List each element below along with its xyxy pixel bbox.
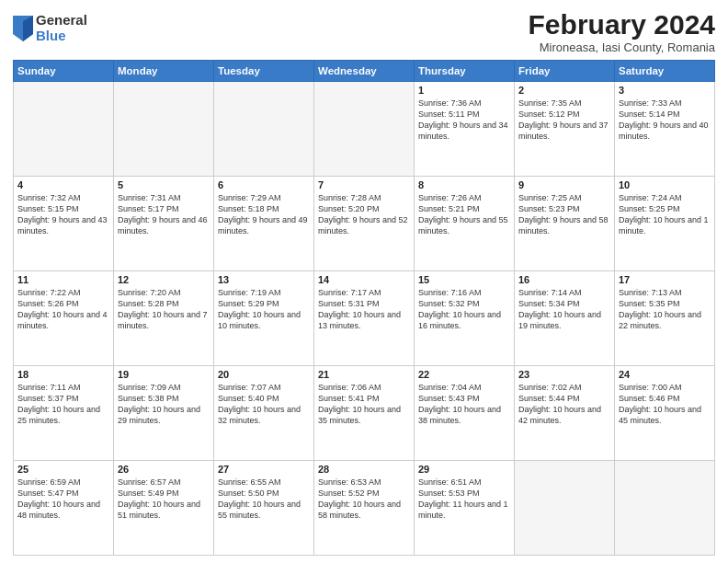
calendar-cell: 6Sunrise: 7:29 AM Sunset: 5:18 PM Daylig…	[214, 177, 314, 271]
calendar-cell: 14Sunrise: 7:17 AM Sunset: 5:31 PM Dayli…	[314, 271, 415, 366]
day-info: Sunrise: 6:59 AM Sunset: 5:47 PM Dayligh…	[17, 477, 109, 522]
logo: General Blue	[13, 13, 87, 43]
day-number: 9	[518, 179, 610, 190]
day-info: Sunrise: 7:24 AM Sunset: 5:25 PM Dayligh…	[619, 192, 711, 237]
day-number: 4	[17, 179, 109, 190]
title-block: February 2024 Mironeasa, Iasi County, Ro…	[529, 9, 715, 54]
day-number: 16	[518, 274, 610, 285]
calendar-cell: 26Sunrise: 6:57 AM Sunset: 5:49 PM Dayli…	[114, 461, 214, 556]
day-number: 26	[118, 464, 210, 475]
header: General Blue February 2024 Mironeasa, Ia…	[13, 9, 715, 54]
calendar-cell: 24Sunrise: 7:00 AM Sunset: 5:46 PM Dayli…	[615, 366, 715, 461]
calendar-cell: 4Sunrise: 7:32 AM Sunset: 5:15 PM Daylig…	[14, 177, 114, 271]
day-number: 15	[418, 274, 510, 285]
calendar-cell: 10Sunrise: 7:24 AM Sunset: 5:25 PM Dayli…	[615, 177, 715, 271]
day-number: 17	[619, 274, 711, 285]
day-number: 8	[418, 179, 510, 190]
calendar-week-4: 25Sunrise: 6:59 AM Sunset: 5:47 PM Dayli…	[14, 461, 715, 556]
day-info: Sunrise: 6:57 AM Sunset: 5:49 PM Dayligh…	[118, 477, 210, 522]
day-number: 6	[218, 179, 310, 190]
day-number: 19	[118, 369, 210, 380]
day-info: Sunrise: 7:29 AM Sunset: 5:18 PM Dayligh…	[218, 192, 310, 237]
logo-text: General Blue	[36, 13, 87, 43]
day-info: Sunrise: 7:20 AM Sunset: 5:28 PM Dayligh…	[118, 287, 210, 332]
calendar-cell: 15Sunrise: 7:16 AM Sunset: 5:32 PM Dayli…	[415, 271, 515, 366]
day-header-saturday: Saturday	[615, 61, 715, 82]
day-number: 23	[518, 369, 610, 380]
subtitle: Mironeasa, Iasi County, Romania	[529, 40, 715, 54]
calendar-cell: 23Sunrise: 7:02 AM Sunset: 5:44 PM Dayli…	[515, 366, 615, 461]
calendar-week-1: 4Sunrise: 7:32 AM Sunset: 5:15 PM Daylig…	[14, 177, 715, 271]
day-info: Sunrise: 7:04 AM Sunset: 5:43 PM Dayligh…	[418, 382, 510, 427]
calendar-cell	[214, 82, 314, 177]
calendar-cell: 17Sunrise: 7:13 AM Sunset: 5:35 PM Dayli…	[615, 271, 715, 366]
day-number: 11	[17, 274, 109, 285]
day-info: Sunrise: 6:53 AM Sunset: 5:52 PM Dayligh…	[318, 477, 410, 522]
day-header-tuesday: Tuesday	[214, 61, 314, 82]
calendar-cell	[615, 461, 715, 556]
calendar-cell: 7Sunrise: 7:28 AM Sunset: 5:20 PM Daylig…	[314, 177, 415, 271]
calendar-cell	[515, 461, 615, 556]
day-number: 22	[418, 369, 510, 380]
day-number: 27	[218, 464, 310, 475]
calendar-cell: 3Sunrise: 7:33 AM Sunset: 5:14 PM Daylig…	[615, 82, 715, 177]
calendar-cell: 25Sunrise: 6:59 AM Sunset: 5:47 PM Dayli…	[14, 461, 114, 556]
day-info: Sunrise: 7:36 AM Sunset: 5:11 PM Dayligh…	[418, 98, 510, 143]
day-info: Sunrise: 7:32 AM Sunset: 5:15 PM Dayligh…	[17, 192, 109, 237]
day-number: 13	[218, 274, 310, 285]
day-number: 1	[418, 85, 510, 96]
day-info: Sunrise: 7:11 AM Sunset: 5:37 PM Dayligh…	[17, 382, 109, 427]
day-info: Sunrise: 7:35 AM Sunset: 5:12 PM Dayligh…	[518, 98, 610, 143]
day-number: 2	[518, 85, 610, 96]
day-number: 25	[17, 464, 109, 475]
calendar-cell: 21Sunrise: 7:06 AM Sunset: 5:41 PM Dayli…	[314, 366, 415, 461]
calendar-cell: 11Sunrise: 7:22 AM Sunset: 5:26 PM Dayli…	[14, 271, 114, 366]
page-container: General Blue February 2024 Mironeasa, Ia…	[0, 0, 728, 563]
calendar-cell: 13Sunrise: 7:19 AM Sunset: 5:29 PM Dayli…	[214, 271, 314, 366]
calendar-cell: 9Sunrise: 7:25 AM Sunset: 5:23 PM Daylig…	[515, 177, 615, 271]
day-info: Sunrise: 6:55 AM Sunset: 5:50 PM Dayligh…	[218, 477, 310, 522]
day-number: 24	[619, 369, 711, 380]
day-info: Sunrise: 7:00 AM Sunset: 5:46 PM Dayligh…	[619, 382, 711, 427]
calendar-cell	[14, 82, 114, 177]
calendar-header-row: SundayMondayTuesdayWednesdayThursdayFrid…	[14, 61, 715, 82]
day-number: 18	[17, 369, 109, 380]
day-info: Sunrise: 7:13 AM Sunset: 5:35 PM Dayligh…	[619, 287, 711, 332]
calendar-cell: 18Sunrise: 7:11 AM Sunset: 5:37 PM Dayli…	[14, 366, 114, 461]
calendar-cell	[314, 82, 415, 177]
day-info: Sunrise: 7:17 AM Sunset: 5:31 PM Dayligh…	[318, 287, 410, 332]
day-number: 20	[218, 369, 310, 380]
day-info: Sunrise: 7:07 AM Sunset: 5:40 PM Dayligh…	[218, 382, 310, 427]
day-info: Sunrise: 7:28 AM Sunset: 5:20 PM Dayligh…	[318, 192, 410, 237]
day-header-friday: Friday	[515, 61, 615, 82]
day-info: Sunrise: 7:02 AM Sunset: 5:44 PM Dayligh…	[518, 382, 610, 427]
day-number: 7	[318, 179, 410, 190]
calendar-cell: 28Sunrise: 6:53 AM Sunset: 5:52 PM Dayli…	[314, 461, 415, 556]
day-info: Sunrise: 7:16 AM Sunset: 5:32 PM Dayligh…	[418, 287, 510, 332]
day-header-sunday: Sunday	[14, 61, 114, 82]
calendar-cell: 16Sunrise: 7:14 AM Sunset: 5:34 PM Dayli…	[515, 271, 615, 366]
calendar-cell	[114, 82, 214, 177]
day-number: 14	[318, 274, 410, 285]
day-info: Sunrise: 7:06 AM Sunset: 5:41 PM Dayligh…	[318, 382, 410, 427]
day-header-wednesday: Wednesday	[314, 61, 415, 82]
day-number: 29	[418, 464, 510, 475]
day-number: 21	[318, 369, 410, 380]
day-number: 12	[118, 274, 210, 285]
calendar-cell: 22Sunrise: 7:04 AM Sunset: 5:43 PM Dayli…	[415, 366, 515, 461]
day-info: Sunrise: 7:09 AM Sunset: 5:38 PM Dayligh…	[118, 382, 210, 427]
calendar-table: SundayMondayTuesdayWednesdayThursdayFrid…	[13, 60, 715, 556]
day-info: Sunrise: 7:25 AM Sunset: 5:23 PM Dayligh…	[518, 192, 610, 237]
day-info: Sunrise: 7:19 AM Sunset: 5:29 PM Dayligh…	[218, 287, 310, 332]
calendar-cell: 29Sunrise: 6:51 AM Sunset: 5:53 PM Dayli…	[415, 461, 515, 556]
calendar-cell: 19Sunrise: 7:09 AM Sunset: 5:38 PM Dayli…	[114, 366, 214, 461]
calendar-week-2: 11Sunrise: 7:22 AM Sunset: 5:26 PM Dayli…	[14, 271, 715, 366]
calendar-cell: 2Sunrise: 7:35 AM Sunset: 5:12 PM Daylig…	[515, 82, 615, 177]
day-info: Sunrise: 7:33 AM Sunset: 5:14 PM Dayligh…	[619, 98, 711, 143]
logo-icon	[13, 16, 33, 41]
calendar-cell: 5Sunrise: 7:31 AM Sunset: 5:17 PM Daylig…	[114, 177, 214, 271]
day-number: 5	[118, 179, 210, 190]
day-info: Sunrise: 7:26 AM Sunset: 5:21 PM Dayligh…	[418, 192, 510, 237]
day-number: 3	[619, 85, 711, 96]
day-number: 10	[619, 179, 711, 190]
